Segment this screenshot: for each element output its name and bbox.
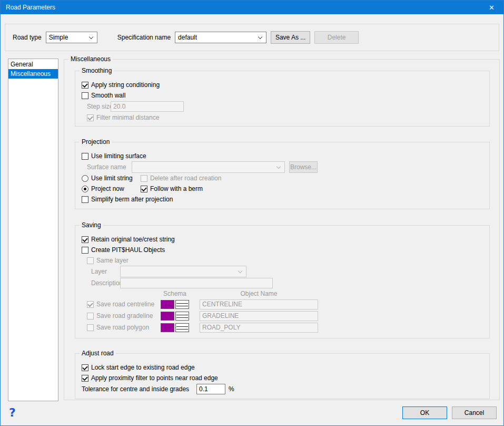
save-road-centreline-row: Save road centreline <box>82 298 483 310</box>
road-type-select[interactable]: Simple <box>46 32 97 43</box>
object-name-column-header: Object Name <box>200 290 318 297</box>
sidebar-item-miscellaneous[interactable]: Miscellaneous <box>8 69 58 79</box>
save-road-polygon-cell: Save road polygon <box>82 324 161 331</box>
miscellaneous-group: Miscellaneous Smoothing Apply string con… <box>64 59 500 400</box>
lock-start-edge-label: Lock start edge to existing road edge <box>91 364 195 371</box>
save-as-button[interactable]: Save As ... <box>271 31 310 44</box>
save-road-polygon-row: Save road polygon <box>82 322 483 333</box>
use-limit-string-row: Use limit string Delete after road creat… <box>82 173 483 183</box>
apply-string-conditioning-checkbox[interactable] <box>82 82 88 89</box>
help-icon[interactable]: ? <box>9 406 16 419</box>
gradeline-colour-swatch <box>161 312 174 321</box>
save-road-centreline-cell: Save road centreline <box>82 301 161 308</box>
layer-row: Layer <box>91 266 483 277</box>
step-size-label: Step size <box>87 103 111 110</box>
sidebar-list: General Miscellaneous <box>8 59 58 401</box>
retain-original-row: Retain original toe/crest string <box>82 234 483 245</box>
projection-group: Projection Use limiting surface Surface … <box>75 142 490 209</box>
titlebar: Road Parameters ✕ <box>1 1 503 14</box>
same-layer-checkbox <box>87 257 94 264</box>
gradeline-object-name-input <box>200 311 318 321</box>
use-limit-string-label: Use limit string <box>91 175 133 182</box>
project-now-radio[interactable] <box>82 186 88 192</box>
gradeline-linestyle-swatch <box>175 312 189 321</box>
create-pithaul-objects-checkbox[interactable] <box>82 247 88 254</box>
save-road-gradeline-checkbox <box>87 313 94 320</box>
description-label: Description <box>91 279 120 287</box>
layer-select <box>120 266 246 277</box>
apply-proximity-filter-checkbox[interactable] <box>82 375 88 382</box>
retain-original-toe-crest-label: Retain original toe/crest string <box>91 236 175 243</box>
project-now-row: Project now Follow with a berm <box>82 183 483 194</box>
close-icon: ✕ <box>489 4 495 12</box>
same-layer-row: Same layer <box>87 255 483 266</box>
saving-group-title: Saving <box>80 221 103 229</box>
follow-with-a-berm-checkbox[interactable] <box>141 186 147 192</box>
apply-proximity-filter-row: Apply proximity filter to points near ro… <box>82 373 483 383</box>
polygon-colour-swatch <box>161 323 174 332</box>
use-limit-string-group: Use limit string <box>82 175 141 182</box>
save-road-gradeline-row: Save road gradeline <box>82 310 483 322</box>
use-limit-string-radio[interactable] <box>82 175 88 182</box>
centreline-object-name-input <box>200 299 318 309</box>
specification-name-value: default <box>178 34 197 41</box>
follow-with-a-berm-label: Follow with a berm <box>150 185 203 192</box>
road-parameters-dialog: Road Parameters ✕ Road type Simple Speci… <box>0 0 504 426</box>
tolerance-label: Tolerance for centre and inside grades <box>82 385 196 393</box>
specification-name-select[interactable]: default <box>175 32 266 43</box>
chevron-down-icon <box>276 164 281 169</box>
chevron-down-icon <box>238 269 242 273</box>
use-limiting-surface-checkbox[interactable] <box>82 153 88 160</box>
header-panel: Road type Simple Specification name defa… <box>5 24 499 51</box>
cancel-button[interactable]: Cancel <box>452 406 497 419</box>
tolerance-input[interactable] <box>196 384 225 394</box>
centreline-colour-swatch <box>161 300 174 309</box>
adjust-road-group-title: Adjust road <box>80 350 116 357</box>
filter-minimal-distance-row: Filter minimal distance <box>87 112 483 123</box>
road-type-label: Road type <box>13 34 42 41</box>
browse-button: Browse... <box>289 161 318 173</box>
apply-proximity-filter-label: Apply proximity filter to points near ro… <box>91 374 218 382</box>
use-limiting-surface-row: Use limiting surface <box>82 151 483 161</box>
simplify-berm-after-projection-label: Simplify berm after projection <box>91 196 173 203</box>
layer-label: Layer <box>91 268 120 275</box>
specification-name-label: Specification name <box>117 34 171 41</box>
surface-name-select <box>132 161 285 173</box>
save-road-polygon-checkbox <box>87 324 94 331</box>
description-input <box>120 278 273 288</box>
delete-after-road-creation-checkbox <box>141 175 147 182</box>
miscellaneous-group-title: Miscellaneous <box>68 55 113 63</box>
create-pithaul-objects-label: Create PIT$HAUL Objects <box>91 246 165 254</box>
smooth-wall-label: Smooth wall <box>91 92 125 99</box>
sidebar-item-general[interactable]: General <box>8 60 58 69</box>
polygon-linestyle-swatch <box>175 323 189 332</box>
object-table-header: Schema Object Name <box>82 289 483 298</box>
project-now-label: Project now <box>91 185 124 192</box>
polygon-object-name-input <box>200 323 318 333</box>
lock-start-edge-checkbox[interactable] <box>82 364 88 371</box>
centreline-linestyle-swatch <box>175 300 189 309</box>
delete-button: Delete <box>314 31 359 44</box>
saving-group: Saving Retain original toe/crest string … <box>75 225 490 338</box>
smoothing-group-title: Smoothing <box>80 67 114 75</box>
retain-original-toe-crest-checkbox[interactable] <box>82 236 88 243</box>
simplify-berm-after-projection-checkbox[interactable] <box>82 196 88 203</box>
delete-after-road-creation-label: Delete after road creation <box>150 175 221 182</box>
ok-button[interactable]: OK <box>402 406 447 419</box>
filter-minimal-distance-label: Filter minimal distance <box>96 114 159 121</box>
surface-name-label: Surface name <box>87 163 132 171</box>
simplify-berm-row: Simplify berm after projection <box>82 194 483 205</box>
window-title: Road Parameters <box>1 4 55 11</box>
apply-string-conditioning-label: Apply string conditioning <box>91 81 160 89</box>
surface-name-row: Surface name Browse... <box>87 161 483 173</box>
road-type-value: Simple <box>49 34 68 41</box>
description-row: Description <box>91 277 483 289</box>
save-road-centreline-checkbox <box>87 301 94 308</box>
smooth-wall-checkbox[interactable] <box>82 92 88 99</box>
step-size-input <box>111 101 184 112</box>
tolerance-row: Tolerance for centre and inside grades % <box>82 383 483 395</box>
save-road-centreline-label: Save road centreline <box>96 301 154 308</box>
save-road-gradeline-cell: Save road gradeline <box>82 312 161 320</box>
save-road-polygon-label: Save road polygon <box>96 324 149 331</box>
close-button[interactable]: ✕ <box>480 1 503 14</box>
